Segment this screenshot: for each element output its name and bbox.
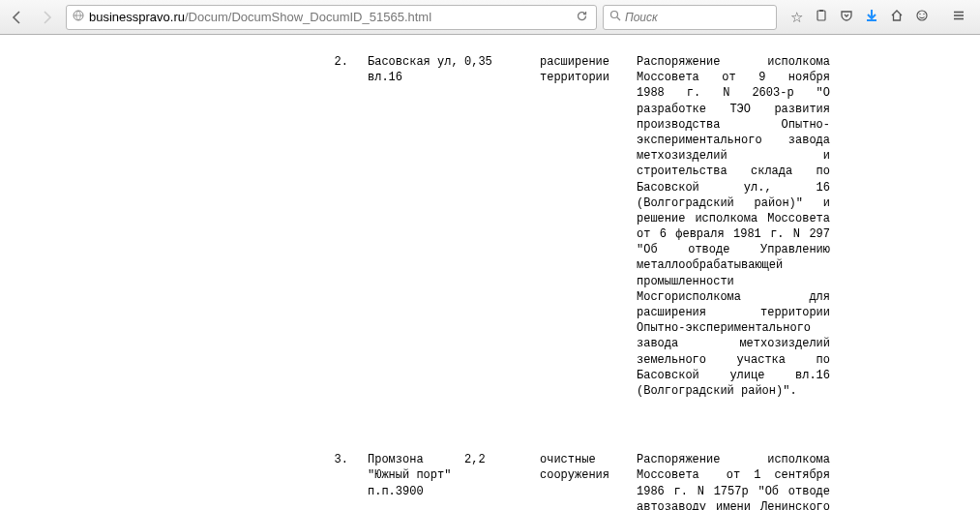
download-icon[interactable] <box>862 9 881 26</box>
svg-rect-4 <box>819 10 823 12</box>
forward-button[interactable] <box>33 5 60 30</box>
cell-purpose: расширение территории <box>540 54 637 399</box>
home-icon[interactable] <box>887 9 906 26</box>
svg-point-7 <box>923 13 924 14</box>
reload-button[interactable] <box>572 10 592 25</box>
pocket-icon[interactable] <box>837 9 856 26</box>
search-input[interactable] <box>625 11 770 24</box>
cell-document: Распоряжение исполкома Моссовета от 1 се… <box>637 452 830 510</box>
svg-point-5 <box>917 11 927 20</box>
svg-line-2 <box>617 17 620 20</box>
menu-icon[interactable] <box>949 9 968 26</box>
table-row: 2. Басовская ул, вл.16 0,35 расширение т… <box>19 54 961 399</box>
cell-document: Распоряжение исполкома Моссовета от 9 но… <box>637 54 830 399</box>
globe-icon <box>73 10 84 24</box>
svg-rect-3 <box>817 11 825 20</box>
cell-index: 2. <box>19 54 368 399</box>
cell-purpose: очистные сооружения <box>540 452 637 510</box>
cell-value: 0,35 <box>464 54 540 399</box>
arrow-left-icon <box>10 10 25 25</box>
cell-address: Промзона "Южный порт" п.п.3900 <box>368 452 464 510</box>
search-bar[interactable] <box>603 5 777 30</box>
svg-point-1 <box>611 12 618 18</box>
url-text: businesspravo.ru/Docum/DocumShow_DocumID… <box>89 10 572 24</box>
toolbar-icons: ☆ <box>779 9 976 26</box>
arrow-right-icon <box>39 10 54 25</box>
table-row: 3. Промзона "Южный порт" п.п.3900 2,2 оч… <box>19 452 961 510</box>
clipboard-icon[interactable] <box>812 9 831 26</box>
url-bar[interactable]: businesspravo.ru/Docum/DocumShow_DocumID… <box>66 5 597 30</box>
back-button[interactable] <box>4 5 31 30</box>
svg-point-6 <box>919 13 920 14</box>
cell-address: Басовская ул, вл.16 <box>368 54 464 399</box>
cell-value: 2,2 <box>464 452 540 510</box>
browser-toolbar: businesspravo.ru/Docum/DocumShow_DocumID… <box>0 0 980 35</box>
cell-index: 3. <box>19 452 368 510</box>
smiley-icon[interactable] <box>912 9 932 26</box>
reload-icon <box>576 10 588 22</box>
search-icon <box>609 10 621 24</box>
document-content: 2. Басовская ул, вл.16 0,35 расширение т… <box>0 35 980 510</box>
bookmark-icon[interactable]: ☆ <box>787 9 806 26</box>
